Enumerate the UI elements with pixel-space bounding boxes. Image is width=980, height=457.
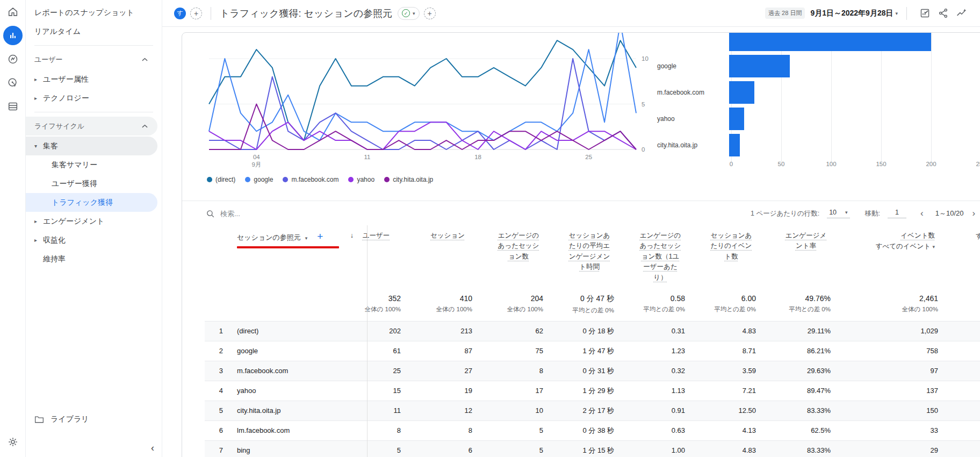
search-input[interactable] [220, 210, 338, 218]
table-search[interactable] [206, 201, 338, 226]
explore-icon[interactable] [0, 47, 26, 71]
legend-label: city.hita.oita.jp [393, 176, 433, 183]
rows-per-page-select[interactable]: 10 ▾ [827, 209, 849, 218]
insights-icon[interactable] [952, 4, 970, 23]
session-source-cell: (direct) [224, 322, 344, 341]
metric-cell: 5 [344, 441, 414, 457]
metric-cell: 8 [414, 421, 485, 440]
home-icon[interactable] [0, 0, 26, 24]
search-icon [206, 209, 215, 218]
metric-cell: 150 [844, 401, 951, 420]
add-filter-button[interactable]: + [424, 8, 436, 19]
sidebar-section-lifecycle[interactable]: ライフサイクル [26, 117, 157, 135]
legend-item[interactable]: city.hita.oita.jp [384, 176, 433, 183]
sidebar-item-monetization[interactable]: ▸ 収益化 [26, 231, 162, 249]
icon-rail [0, 0, 26, 457]
sidebar-item-snapshot[interactable]: レポートのスナップショット [26, 3, 162, 22]
dimension-header[interactable]: セッションの参照元▾+ [224, 225, 344, 283]
sidebar-item-acquisition-overview[interactable]: 集客サマリー [26, 155, 162, 174]
date-range-selector[interactable]: 9月1日～2022年9月28日 [810, 9, 893, 18]
metric-header-セッションあたりの平均エンゲージメント時間[interactable]: セッションあたりの平均エンゲージメント時間 [556, 225, 627, 283]
totals-value: 0.58 [627, 294, 685, 303]
metric-cell: 1.00 [627, 441, 698, 457]
totals-cell: 352全体の 100% [344, 290, 414, 315]
metric-header-エンゲージのあったセッション数[interactable]: エンゲージのあったセッション数 [485, 225, 556, 283]
x-axis-tick: 04 [253, 154, 260, 160]
comparison-chip[interactable]: す [174, 8, 186, 19]
metric-header-label: セッション [426, 231, 469, 241]
table-row[interactable]: 6lm.facebook.com8850 分 38 秒0.634.1362.5%… [205, 420, 980, 440]
row-number: 6 [205, 421, 224, 440]
sessions-line-chart: 0510049月111825 [188, 33, 660, 198]
divider [211, 7, 211, 20]
table-row[interactable]: 5city.hita.oita.jp1112102 分 17 秒0.9112.5… [205, 401, 980, 420]
x-axis-tick: 100 [826, 161, 836, 167]
legend-item[interactable]: google [245, 176, 273, 183]
page-title: トラフィック獲得: セッションの参照元 [220, 7, 392, 20]
metric-cell: 4.83 [698, 322, 769, 341]
bar-row: city.hita.oita.jp [655, 134, 740, 156]
totals-value: 49.76% [769, 294, 831, 303]
sidebar-item-user-attributes[interactable]: ▸ ユーザー属性 [26, 70, 162, 89]
metric-header-セッション[interactable]: セッション [414, 225, 485, 283]
table-row[interactable]: 2google6187751 分 47 秒1.238.7186.21%758 [205, 341, 980, 361]
metric-header-ユーザー[interactable]: ↓ユーザー [344, 225, 414, 283]
add-comparison-button[interactable]: + [190, 8, 202, 19]
prev-page-icon[interactable]: ‹ [919, 208, 925, 219]
metric-cell: 6 [414, 441, 485, 457]
metric-header-partial[interactable]: す [951, 225, 980, 283]
sidebar-section-user[interactable]: ユーザー [26, 50, 157, 69]
goto-page-input[interactable]: 1 [888, 209, 906, 218]
add-dimension-button[interactable]: + [317, 231, 323, 242]
table-row[interactable]: 4yahoo1519171 分 29 秒1.137.2189.47%137 [205, 381, 980, 401]
sidebar-item-acquisition[interactable]: ▾ 集客 [26, 137, 157, 155]
gear-icon[interactable] [0, 430, 26, 454]
bar-google[interactable] [729, 55, 790, 77]
sidebar-item-retention[interactable]: 維持率 [26, 249, 162, 268]
pagination-range: 1～10/20 [935, 209, 964, 218]
metric-cell-cut [951, 341, 980, 361]
report-status-button[interactable]: ✓ ▾ [398, 7, 420, 20]
metric-header-イベント数[interactable]: イベント数すべてのイベント ▾ [844, 225, 951, 283]
table-row[interactable]: 3m.facebook.com252780 分 31 秒0.323.5929.6… [205, 361, 980, 381]
bar-city.hita.oita.jp[interactable] [729, 134, 740, 156]
metric-cell: 87 [414, 341, 485, 361]
next-page-icon[interactable]: › [971, 208, 976, 219]
sidebar-item-technology[interactable]: ▸ テクノロジー [26, 89, 162, 108]
totals-subtext: 平均との差 0% [627, 305, 685, 313]
legend-item[interactable]: yahoo [348, 176, 374, 183]
metric-header-label: セッションあたりの平均エンゲージメント時間 [568, 231, 611, 273]
legend-item[interactable]: (direct) [207, 176, 235, 183]
sidebar-item-engagement[interactable]: ▸ エンゲージメント [26, 212, 162, 231]
sidebar-item-realtime[interactable]: リアルタイム [26, 22, 162, 41]
collapse-sidebar-icon[interactable]: ‹ [151, 442, 154, 454]
totals-value: 2,461 [844, 294, 938, 303]
metric-header-エンゲージのあったセッション数（1ユーザーあたり）[interactable]: エンゲージのあったセッション数（1ユーザーあたり） [627, 225, 698, 283]
sidebar-item-label: 収益化 [43, 235, 66, 245]
advertising-icon[interactable] [0, 71, 26, 95]
bar-m.facebook.com[interactable] [729, 81, 754, 104]
metric-header-エンゲージメント率[interactable]: エンゲージメント率 [769, 225, 844, 283]
table-row[interactable]: 7bing5651 分 15 秒1.004.8383.33%29 [205, 440, 980, 457]
bar-row: google [655, 55, 790, 77]
customize-report-icon[interactable] [916, 4, 934, 23]
configure-icon[interactable] [0, 95, 26, 118]
folder-icon [34, 415, 44, 424]
share-icon[interactable] [934, 4, 952, 23]
sidebar-item-traffic-acquisition[interactable]: トラフィック獲得 [26, 193, 157, 212]
legend-item[interactable]: m.facebook.com [283, 176, 338, 183]
sidebar-item-user-acquisition[interactable]: ユーザー獲得 [26, 174, 162, 193]
bar-row [655, 32, 931, 51]
bar-yahoo[interactable] [729, 108, 744, 130]
metric-cell: 83.33% [769, 441, 844, 457]
metric-cell: 8 [344, 421, 414, 440]
bar-(direct)[interactable] [729, 32, 931, 51]
reports-icon[interactable] [3, 26, 23, 45]
sidebar-item-label: トラフィック獲得 [52, 198, 113, 208]
date-range-chip: 過去 28 日間 [765, 8, 805, 19]
sidebar-item-library[interactable]: ライブラリ [26, 410, 162, 429]
metric-header-セッションあたりのイベント数[interactable]: セッションあたりのイベント数 [698, 225, 769, 283]
session-source-cell: bing [224, 441, 344, 457]
metric-cell: 75 [485, 341, 556, 361]
table-row[interactable]: 1(direct)202213620 分 18 秒0.314.8329.11%1… [205, 321, 980, 341]
